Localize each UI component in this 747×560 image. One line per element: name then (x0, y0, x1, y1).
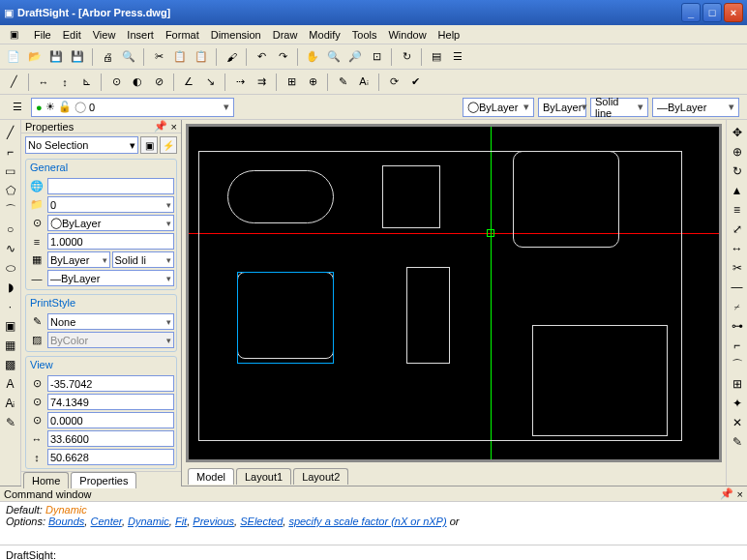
brush-button[interactable]: 🖌 (222, 47, 241, 67)
angle-button[interactable]: ∠ (179, 73, 198, 92)
scale-tool-icon[interactable]: ⤢ (729, 221, 746, 238)
zoom-button[interactable]: 🔍 (324, 47, 344, 67)
prop-y[interactable]: 74.1349 (47, 394, 174, 410)
fillet-tool-icon[interactable]: ⌒ (729, 356, 746, 373)
explode-tool-icon[interactable]: ✦ (729, 395, 746, 412)
refresh-button[interactable]: ↻ (397, 47, 416, 67)
cmd-close-icon[interactable]: × (737, 488, 743, 500)
close-button[interactable]: × (724, 3, 743, 22)
dim3-button[interactable]: ⊾ (76, 73, 96, 92)
prop-lineweight[interactable]: Solid li▾ (112, 251, 175, 268)
tab-layout1[interactable]: Layout1 (236, 468, 291, 485)
stretch-tool-icon[interactable]: ↔ (729, 240, 746, 257)
menu-file[interactable]: File (28, 27, 57, 43)
style-button[interactable]: Aᵢ (354, 73, 374, 92)
chamfer-tool-icon[interactable]: ⌐ (729, 337, 746, 354)
polygon-tool-icon[interactable]: ⬠ (2, 182, 19, 199)
note-tool-icon[interactable]: ✎ (2, 414, 19, 431)
dim-button[interactable]: ↔ (34, 73, 53, 92)
prop-value[interactable] (47, 178, 174, 194)
cmd-option[interactable]: Dynamic (128, 516, 169, 527)
update-button[interactable]: ⟳ (384, 73, 403, 92)
line-tool-icon[interactable]: ╱ (2, 124, 19, 141)
prop-printcolor[interactable]: ByColor▾ (47, 332, 174, 348)
copy-tool-icon[interactable]: ⊕ (729, 143, 746, 161)
cmd-option[interactable]: Previous (193, 516, 234, 527)
zoom-window-button[interactable]: 🔎 (345, 47, 365, 67)
linestyle-combo[interactable]: — ByLayer▾ (652, 98, 739, 117)
menu-window[interactable]: Window (382, 27, 432, 43)
preview-button[interactable]: 🔍 (119, 47, 138, 67)
cmd-option-tail[interactable]: specify a scale factor (nX or nXP) (288, 516, 446, 527)
point-tool-icon[interactable]: · (2, 298, 19, 315)
layer-combo[interactable]: ● ☀ 🔓 ◯ 0 ▾ (31, 98, 234, 117)
redo-button[interactable]: ↷ (273, 47, 292, 67)
offset-tool-icon[interactable]: ≡ (729, 201, 746, 219)
command-input[interactable]: DraftSight: (0, 545, 747, 560)
save-button[interactable]: 💾 (46, 47, 66, 67)
continue-button[interactable]: ⇢ (230, 73, 250, 92)
circle-dim-button[interactable]: ⊙ (106, 73, 126, 92)
spline-tool-icon[interactable]: ∿ (2, 240, 19, 257)
layers-button[interactable]: ☰ (448, 47, 467, 67)
join-tool-icon[interactable]: ⊶ (729, 317, 746, 335)
hatch-tool-icon[interactable]: ▦ (2, 337, 19, 354)
menu-dimension[interactable]: Dimension (205, 27, 267, 43)
cmd-option[interactable]: Center (90, 516, 121, 527)
open-button[interactable]: 📂 (25, 47, 45, 67)
selection-combo[interactable]: No Selection ▾ (25, 136, 138, 154)
prop-w[interactable]: 33.6600 (47, 430, 174, 447)
trim-tool-icon[interactable]: ✂ (729, 259, 746, 277)
prop-layer[interactable]: 0▾ (47, 196, 174, 213)
prop-linestyle[interactable]: — ByLayer▾ (47, 270, 174, 286)
line-button[interactable]: ╱ (4, 73, 23, 92)
properties-button[interactable]: ▤ (427, 47, 446, 67)
erase-tool-icon[interactable]: ✕ (729, 414, 746, 431)
cut-button[interactable]: ✂ (149, 47, 168, 67)
prop-linetype[interactable]: ByLayer▾ (47, 251, 110, 268)
undo-button[interactable]: ↶ (252, 47, 271, 67)
circle-tool-icon[interactable]: ○ (2, 221, 19, 238)
tab-home[interactable]: Home (23, 472, 69, 488)
radius-button[interactable]: ◐ (128, 73, 147, 92)
center-button[interactable]: ⊕ (303, 73, 322, 92)
edit-tool-icon[interactable]: ✎ (729, 433, 746, 451)
dim2-button[interactable]: ↕ (55, 73, 75, 92)
menu-edit[interactable]: Edit (57, 27, 87, 43)
menu-help[interactable]: Help (433, 27, 466, 43)
drawing-canvas[interactable] (189, 127, 719, 459)
edit-button[interactable]: ✎ (333, 73, 352, 92)
rotate-tool-icon[interactable]: ↻ (729, 162, 746, 180)
paste-button[interactable]: 📋 (192, 47, 211, 67)
print-button[interactable]: 🖨 (98, 47, 117, 67)
pan-button[interactable]: ✋ (303, 47, 322, 67)
panel-pin-icon[interactable]: 📌 (154, 120, 167, 133)
prop-scale[interactable]: 1.0000 (47, 233, 174, 250)
rect-tool-icon[interactable]: ▭ (2, 162, 19, 180)
ellipse-tool-icon[interactable]: ⬭ (2, 259, 19, 277)
maximize-button[interactable]: □ (702, 3, 722, 22)
layer-manager-button[interactable]: ☰ (8, 98, 27, 117)
cmd-option[interactable]: Bounds (48, 516, 84, 527)
prop-z[interactable]: 0.0000 (47, 412, 174, 428)
region-tool-icon[interactable]: ▩ (2, 356, 19, 373)
prop-h[interactable]: 50.6628 (47, 449, 174, 465)
minimize-button[interactable]: _ (681, 3, 701, 22)
leader-button[interactable]: ↘ (200, 73, 220, 92)
panel-close-icon[interactable]: × (171, 121, 177, 133)
menu-tools[interactable]: Tools (346, 27, 383, 43)
quickselect-button[interactable]: ⚡ (160, 136, 177, 154)
menu-insert[interactable]: Insert (121, 27, 160, 43)
text-tool-icon[interactable]: A (2, 375, 19, 393)
tolerance-button[interactable]: ⊞ (282, 73, 301, 92)
copy-button[interactable]: 📋 (170, 47, 190, 67)
cmd-option[interactable]: SElected (240, 516, 283, 527)
menu-modify[interactable]: Modify (303, 27, 345, 43)
menu-view[interactable]: View (87, 27, 122, 43)
saveas-button[interactable]: 💾 (68, 47, 87, 67)
lineweight-combo[interactable]: Solid line▾ (590, 98, 648, 117)
break-tool-icon[interactable]: ⌿ (729, 298, 746, 315)
color-combo[interactable]: ◯ ByLayer▾ (463, 98, 534, 117)
menu-format[interactable]: Format (160, 27, 205, 43)
arc-tool-icon[interactable]: ⌒ (2, 201, 19, 219)
